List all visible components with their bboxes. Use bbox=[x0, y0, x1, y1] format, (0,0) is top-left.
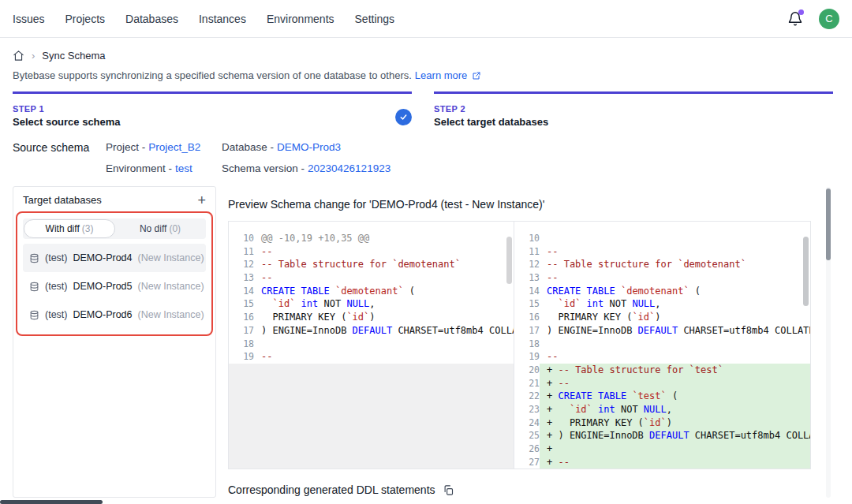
diff-line-13: 13-- bbox=[514, 271, 810, 285]
line-number: 18 bbox=[514, 338, 540, 351]
line-content: PRIMARY KEY (`id`) bbox=[540, 311, 810, 324]
diff-line-12: 12-- Table structure for `demotenant` bbox=[229, 258, 514, 271]
line-number: 25 bbox=[514, 429, 540, 442]
tab-no-diff[interactable]: No diff(0) bbox=[115, 219, 205, 238]
diff-modified-code: 1011--12-- Table structure for `demotena… bbox=[514, 222, 810, 469]
top-navbar: IssuesProjectsDatabasesInstancesEnvironm… bbox=[0, 0, 852, 38]
diff-line-10: 10 bbox=[514, 232, 810, 245]
line-number: 13 bbox=[229, 271, 254, 285]
learn-more-link[interactable]: Learn more bbox=[415, 69, 467, 81]
item-environment: (test) bbox=[45, 252, 67, 263]
target-databases-title: Target databases bbox=[23, 194, 102, 206]
diff-line-17: 17) ENGINE=InnoDB DEFAULT CHARSET=utf8mb… bbox=[229, 324, 514, 338]
diff-original-code: 10@@ -10,19 +10,35 @@11--12-- Table stru… bbox=[229, 222, 514, 364]
step1-label: STEP 1 bbox=[13, 104, 121, 114]
project-label: Project - bbox=[106, 141, 145, 153]
environment-link[interactable]: test bbox=[175, 162, 192, 174]
intro-description: Bytebase supports synchronizing a specif… bbox=[13, 69, 412, 81]
item-environment: (test) bbox=[45, 281, 67, 292]
line-number: 13 bbox=[514, 271, 540, 285]
diff-line-16: 16 PRIMARY KEY (`id`) bbox=[229, 311, 514, 324]
database-instance-icon bbox=[29, 282, 39, 292]
nav-item-environments[interactable]: Environments bbox=[267, 13, 334, 25]
schema-version-link[interactable]: 20230426121923 bbox=[308, 162, 390, 174]
line-number: 14 bbox=[229, 285, 254, 298]
diff-line-15: 15 `id` int NOT NULL, bbox=[229, 297, 514, 311]
line-content: CREATE TABLE `demotenant` ( bbox=[254, 285, 514, 298]
item-database-name: DEMO-Prod6 bbox=[73, 309, 132, 320]
line-content: + CREATE TABLE `test` ( bbox=[540, 390, 810, 403]
diff-pane-modified[interactable]: 1011--12-- Table structure for `demotena… bbox=[514, 222, 810, 469]
home-icon[interactable] bbox=[13, 50, 24, 62]
step2-progress-bar bbox=[434, 91, 833, 94]
nav-item-settings[interactable]: Settings bbox=[355, 13, 395, 25]
line-number: 23 bbox=[514, 403, 540, 416]
line-content: CREATE TABLE `demotenant` ( bbox=[540, 285, 810, 298]
nav-item-instances[interactable]: Instances bbox=[199, 13, 246, 25]
page-scrollbar-thumb[interactable] bbox=[826, 189, 831, 260]
tab-label: No diff bbox=[140, 223, 166, 234]
line-number: 10 bbox=[229, 232, 254, 245]
line-content: ) ENGINE=InnoDB DEFAULT CHARSET=utf8mb4 … bbox=[540, 324, 810, 338]
line-number: 12 bbox=[229, 258, 254, 271]
line-content: PRIMARY KEY (`id`) bbox=[254, 311, 514, 324]
line-content: + bbox=[540, 442, 810, 456]
diff-line-15: 15 `id` int NOT NULL, bbox=[514, 297, 810, 311]
target-database-item-demo-prod5[interactable]: (test)DEMO-Prod5(New Instance) bbox=[23, 272, 206, 301]
diff-line-21: 21+ -- bbox=[514, 377, 810, 390]
nav-item-projects[interactable]: Projects bbox=[65, 13, 105, 25]
source-version: Schema version -20230426121923 bbox=[222, 162, 390, 174]
original-pane-scrollbar[interactable] bbox=[506, 237, 512, 284]
notifications-button[interactable] bbox=[787, 11, 803, 27]
diff-pane-original[interactable]: 10@@ -10,19 +10,35 @@11--12-- Table stru… bbox=[229, 222, 514, 469]
database-instance-icon bbox=[29, 253, 39, 263]
line-number: 17 bbox=[514, 324, 540, 338]
add-target-database-button[interactable]: + bbox=[197, 195, 206, 206]
copy-icon[interactable] bbox=[443, 484, 454, 496]
target-database-item-demo-prod6[interactable]: (test)DEMO-Prod6(New Instance) bbox=[23, 301, 206, 329]
line-number: 16 bbox=[514, 311, 540, 324]
item-database-name: DEMO-Prod4 bbox=[73, 252, 132, 263]
line-content: -- bbox=[254, 271, 514, 285]
line-content: + -- bbox=[540, 377, 810, 390]
step2-title: Select target databases bbox=[434, 116, 548, 128]
breadcrumb: › Sync Schema bbox=[13, 50, 106, 62]
database-label: Database - bbox=[222, 141, 274, 153]
diff-line-27: 27+ -- bbox=[514, 456, 810, 469]
tab-with-diff[interactable]: With diff(3) bbox=[24, 219, 115, 238]
target-list-highlight-box: With diff(3)No diff(0) (test)DEMO-Prod4(… bbox=[16, 211, 213, 336]
tab-count: (3) bbox=[82, 223, 94, 234]
line-content: @@ -10,19 +10,35 @@ bbox=[254, 232, 514, 245]
preview-title: Preview Schema change for 'DEMO-Prod4 (t… bbox=[228, 198, 544, 211]
diff-line-26: 26+ bbox=[514, 442, 810, 456]
diff-line-18: 18 bbox=[514, 338, 810, 351]
line-number: 21 bbox=[514, 377, 540, 390]
external-link-icon bbox=[472, 71, 481, 80]
database-link[interactable]: DEMO-Prod3 bbox=[277, 141, 341, 153]
target-database-item-demo-prod4[interactable]: (test)DEMO-Prod4(New Instance) bbox=[23, 244, 206, 272]
line-content: `id` int NOT NULL, bbox=[254, 297, 514, 311]
step1-progress-bar bbox=[13, 91, 412, 94]
line-content: -- bbox=[540, 271, 810, 285]
diff-line-24: 24+ PRIMARY KEY (`id`) bbox=[514, 416, 810, 430]
database-instance-icon bbox=[29, 310, 39, 320]
tab-count: (0) bbox=[169, 223, 181, 234]
line-number: 16 bbox=[229, 311, 254, 324]
line-number: 15 bbox=[514, 297, 540, 311]
breadcrumb-separator: › bbox=[32, 50, 35, 62]
modified-pane-scrollbar[interactable] bbox=[803, 237, 809, 306]
step2-label: STEP 2 bbox=[434, 104, 548, 114]
avatar[interactable]: C bbox=[819, 9, 839, 29]
nav-item-databases[interactable]: Databases bbox=[125, 13, 178, 25]
nav-item-issues[interactable]: Issues bbox=[13, 13, 44, 25]
diff-line-11: 11-- bbox=[514, 245, 810, 259]
line-content: + ) ENGINE=InnoDB DEFAULT CHARSET=utf8mb… bbox=[540, 429, 810, 442]
line-number: 24 bbox=[514, 416, 540, 430]
diff-alignment-filler bbox=[229, 364, 514, 469]
horizontal-scrollbar-thumb[interactable] bbox=[0, 500, 103, 504]
project-link[interactable]: Project_B2 bbox=[148, 141, 200, 153]
diff-line-17: 17) ENGINE=InnoDB DEFAULT CHARSET=utf8mb… bbox=[514, 324, 810, 338]
diff-line-16: 16 PRIMARY KEY (`id`) bbox=[514, 311, 810, 324]
line-content: -- Table structure for `demotenant` bbox=[254, 258, 514, 271]
diff-line-14: 14CREATE TABLE `demotenant` ( bbox=[229, 285, 514, 298]
